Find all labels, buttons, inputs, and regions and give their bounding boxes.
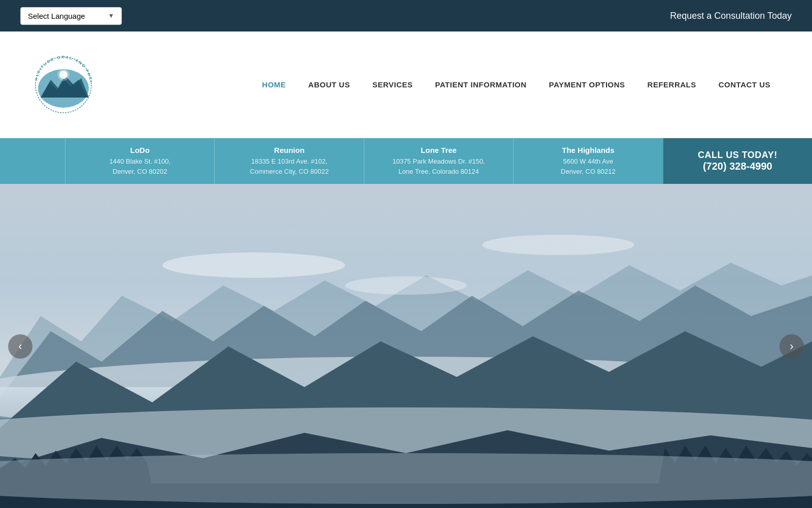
header: ALTITUDE ORAL AND FACIAL SURGERY HOME AB… [0,31,812,138]
main-nav: HOME ABOUT US SERVICES PATIENT INFORMATI… [251,80,782,89]
svg-point-21 [345,276,467,295]
location-lonetree[interactable]: Lone Tree 10375 Park Meadows Dr. #150, L… [364,138,513,184]
hero-slideshow: ‹ › [0,184,812,508]
call-label: CALL US TODAY! [698,150,777,161]
carousel-prev-button[interactable]: ‹ [8,334,32,359]
language-select[interactable]: Select Language ▼ [20,7,122,25]
svg-point-18 [0,453,812,504]
carousel-next-button[interactable]: › [780,334,804,359]
chevron-right-icon: › [790,340,793,353]
location-bar-spacer [0,138,65,184]
location-lodo-name: LoDo [130,146,150,154]
svg-point-5 [57,69,70,81]
language-select-label: Select Language [28,12,85,20]
location-highlands-address: 5600 W 44th Ave Denver, CO 80212 [561,156,616,176]
location-lonetree-address: 10375 Park Meadows Dr. #150, Lone Tree, … [392,156,485,176]
chevron-left-icon: ‹ [18,340,22,353]
location-highlands[interactable]: The Highlands 5600 W 44th Ave Denver, CO… [513,138,662,184]
location-lodo-address: 1440 Blake St. #100, Denver, CO 80202 [109,156,171,176]
logo-area: ALTITUDE ORAL AND FACIAL SURGERY [30,52,96,118]
location-reunion-name: Reunion [274,146,304,154]
location-lonetree-name: Lone Tree [421,146,457,154]
hero-image [0,184,812,508]
chevron-down-icon: ▼ [108,12,114,19]
nav-item-services[interactable]: SERVICES [361,80,424,89]
nav-item-referrals[interactable]: REFERRALS [636,80,707,89]
request-consultation-link[interactable]: Request a Consultation Today [670,11,792,21]
nav-item-home[interactable]: HOME [251,80,297,89]
nav-item-contact[interactable]: CONTACT US [707,80,782,89]
location-highlands-name: The Highlands [562,146,614,154]
location-reunion[interactable]: Reunion 18335 E 103rd Ave. #102, Commerc… [214,138,363,184]
nav-item-patient[interactable]: PATIENT INFORMATION [424,80,537,89]
nav-item-about[interactable]: ABOUT US [297,80,361,89]
nav-item-payment[interactable]: PAYMENT OPTIONS [538,80,636,89]
call-number[interactable]: (720) 328-4990 [703,161,772,172]
svg-point-20 [482,235,634,255]
location-reunion-address: 18335 E 103rd Ave. #102, Commerce City, … [250,156,329,176]
location-bar: LoDo 1440 Blake St. #100, Denver, CO 802… [0,138,812,184]
call-today[interactable]: CALL US TODAY! (720) 328-4990 [663,138,812,184]
svg-point-19 [162,252,345,278]
location-lodo[interactable]: LoDo 1440 Blake St. #100, Denver, CO 802… [65,138,214,184]
logo: ALTITUDE ORAL AND FACIAL SURGERY [30,52,96,118]
top-bar: Select Language ▼ Request a Consultation… [0,0,812,31]
